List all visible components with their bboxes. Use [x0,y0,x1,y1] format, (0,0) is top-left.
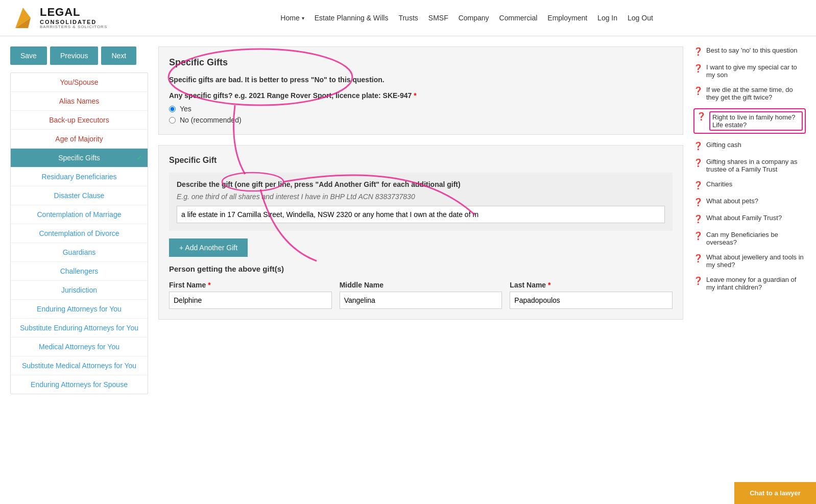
radio-yes[interactable] [169,106,176,112]
help-text-11: Leave money for a guardian of my infant … [706,276,806,291]
question-icon-6: ❓ [693,181,703,190]
radio-yes-label[interactable]: Yes [169,105,673,113]
help-item-8[interactable]: ❓ What about Family Trust? [693,214,806,224]
radio-yes-text: Yes [180,105,191,113]
previous-button[interactable]: Previous [50,46,98,65]
sidebar-menu: You/Spouse Alias Names Back-up Executors… [10,73,148,394]
middle-name-field: Middle Name [340,281,502,309]
help-text-6: Charities [706,180,732,188]
sidebar-item-medical-attorneys-you[interactable]: Medical Attorneys for You [11,338,148,356]
nav-smsf[interactable]: SMSF [428,14,448,22]
question-icon-4: ❓ [693,141,703,151]
middle-name-label: Middle Name [340,281,502,289]
sidebar-item-substitute-enduring-attorneys-you[interactable]: Substitute Enduring Attorneys for You [11,319,148,338]
middle-name-input[interactable] [340,292,502,309]
question-icon-0: ❓ [693,47,703,56]
sidebar-item-age-of-majority[interactable]: Age of Majority [11,130,148,149]
main-nav: Home ▾ Estate Planning & Wills Trusts SM… [128,14,806,22]
help-item-4[interactable]: ❓ Gifting cash [693,141,806,151]
nav-home[interactable]: Home ▾ [280,14,304,22]
first-name-label: First Name * [169,281,332,289]
sidebar-item-enduring-attorneys-you[interactable]: Enduring Attorneys for You [11,300,148,319]
first-name-required-star: * [208,281,210,289]
question-icon-1: ❓ [693,64,703,73]
next-button[interactable]: Next [101,46,136,65]
person-title: Person getting the above gift(s) [169,265,673,273]
radio-no[interactable] [169,117,176,124]
gift-example: E.g. one third of all shares and interes… [177,193,665,201]
gift-title: Specific Gift [169,156,673,165]
nav-logout[interactable]: Log Out [628,14,653,22]
main-content: Specific Gifts Specific gifts are bad. I… [158,46,683,394]
logo-legal: LEGAL [40,6,107,18]
help-item-2[interactable]: ❓ If we die at the same time, do they ge… [693,86,806,101]
question-icon-10: ❓ [693,254,703,263]
help-text-3: Right to live in family home? Life estat… [709,111,803,131]
sidebar-item-residuary-beneficiaries[interactable]: Residuary Beneficiaries [11,167,148,186]
last-name-input[interactable] [510,292,673,309]
help-text-8: What about Family Trust? [706,214,782,222]
logo-sub: BARRISTERS & SOLICITORS [40,25,107,30]
help-item-11[interactable]: ❓ Leave money for a guardian of my infan… [693,276,806,291]
name-form-row: First Name * Middle Name Last Name * [169,281,673,309]
required-star: * [414,91,416,100]
help-text-10: What about jewellery and tools in my she… [706,253,806,269]
sidebar-item-challengers[interactable]: Challengers [11,262,148,281]
question-label: Any specific gifts? e.g. 2021 Range Rove… [169,91,673,100]
sidebar-item-back-up-executors[interactable]: Back-up Executors [11,111,148,130]
sidebar-item-substitute-medical-attorneys-you[interactable]: Substitute Medical Attorneys for You [11,356,148,375]
question-icon-9: ❓ [693,231,703,241]
help-text-2: If we die at the same time, do they get … [706,86,806,101]
header: LEGAL CONSOLIDATED BARRISTERS & SOLICITO… [0,0,816,36]
gift-describe-label: Describe the gift (one gift per line, pr… [177,180,665,188]
sidebar-item-alias-names[interactable]: Alias Names [11,92,148,111]
section-title: Specific Gifts [169,57,673,68]
add-another-gift-button[interactable]: + Add Another Gift [169,238,248,257]
last-name-field: Last Name * [510,281,673,309]
nav-employment[interactable]: Employment [547,14,587,22]
sidebar-item-contemplation-of-marriage[interactable]: Contemplation of Marriage [11,205,148,224]
radio-no-text: No (recommended) [180,116,242,124]
save-button[interactable]: Save [10,46,47,65]
first-name-input[interactable] [169,292,332,309]
help-text-7: What about pets? [706,197,758,205]
nav-trusts[interactable]: Trusts [398,14,418,22]
nav-company[interactable]: Company [459,14,489,22]
question-icon-5: ❓ [693,158,703,167]
help-item-10[interactable]: ❓ What about jewellery and tools in my s… [693,253,806,269]
help-item-0[interactable]: ❓ Best to say 'no' to this question [693,46,806,56]
help-item-1[interactable]: ❓ I want to give my special car to my so… [693,63,806,79]
help-text-1: I want to give my special car to my son [706,63,806,79]
nav-login[interactable]: Log In [597,14,617,22]
first-name-field: First Name * [169,281,332,309]
right-sidebar: ❓ Best to say 'no' to this question ❓ I … [693,46,806,394]
main-container: Save Previous Next You/Spouse Alias Name… [0,36,816,404]
nav-estate[interactable]: Estate Planning & Wills [315,14,389,22]
question-icon-7: ❓ [693,198,703,207]
nav-commercial[interactable]: Commercial [499,14,538,22]
specific-gifts-section: Specific Gifts Specific gifts are bad. I… [158,46,683,135]
logo[interactable]: LEGAL CONSOLIDATED BARRISTERS & SOLICITO… [10,5,107,31]
gift-input[interactable] [177,206,665,223]
sidebar-item-contemplation-of-divorce[interactable]: Contemplation of Divorce [11,224,148,243]
help-item-9[interactable]: ❓ Can my Beneficiaries be overseas? [693,231,806,246]
question-icon-11: ❓ [693,276,703,285]
sidebar-item-disaster-clause[interactable]: Disaster Clause [11,186,148,205]
help-item-3[interactable]: ❓ Right to live in family home? Life est… [693,108,806,134]
chevron-down-icon: ▾ [302,15,304,21]
help-item-5[interactable]: ❓ Gifting shares in a company as trustee… [693,158,806,173]
sidebar-item-jurisdiction[interactable]: Jurisdiction [11,281,148,300]
help-text-5: Gifting shares in a company as trustee o… [706,158,806,173]
sidebar-item-guardians[interactable]: Guardians [11,243,148,262]
help-item-7[interactable]: ❓ What about pets? [693,197,806,207]
radio-no-label[interactable]: No (recommended) [169,116,673,124]
question-icon-8: ❓ [693,214,703,224]
sidebar-item-specific-gifts[interactable]: Specific Gifts [11,149,148,167]
logo-text: LEGAL CONSOLIDATED BARRISTERS & SOLICITO… [40,6,107,29]
help-text-9: Can my Beneficiaries be overseas? [706,231,806,246]
toolbar-buttons: Save Previous Next [10,46,148,65]
sidebar-item-enduring-attorneys-spouse[interactable]: Enduring Attorneys for Spouse [11,375,148,394]
help-item-6[interactable]: ❓ Charities [693,180,806,190]
sidebar-item-you-spouse[interactable]: You/Spouse [11,73,148,92]
help-text-4: Gifting cash [706,141,741,149]
